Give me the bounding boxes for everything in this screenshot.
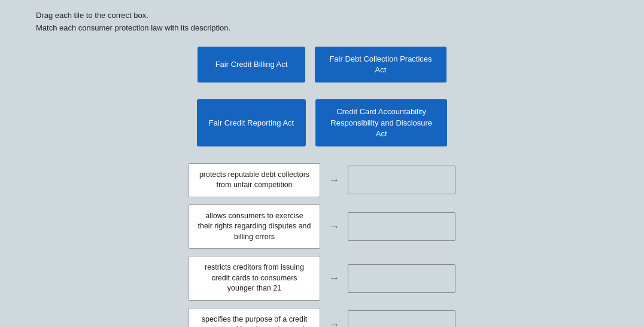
arrow-2: → [325, 221, 343, 233]
description-1: protects reputable debt collectors from … [189, 163, 320, 197]
tiles-area: Fair Credit Billing Act Fair Debt Collec… [36, 47, 608, 82]
tile-fcra[interactable]: Fair Credit Reporting Act [197, 99, 306, 146]
matching-area: protects reputable debt collectors from … [36, 163, 608, 327]
match-row-3: restricts creditors from issuing credit … [189, 256, 455, 301]
arrow-3: → [325, 272, 343, 285]
description-4: specifies the purpose of a credit report… [189, 308, 320, 327]
instruction-drag: Drag each tile to the correct box. [36, 11, 608, 20]
match-row-2: allows consumers to exercise their right… [189, 204, 455, 249]
arrow-1: → [325, 174, 343, 187]
match-row-1: protects reputable debt collectors from … [189, 163, 455, 197]
tile-fcba[interactable]: Fair Credit Billing Act [198, 47, 305, 82]
drop-box-3[interactable] [348, 264, 455, 293]
description-3: restricts creditors from issuing credit … [189, 256, 320, 301]
tile-card[interactable]: Credit Card Accountability Responsibilit… [315, 99, 447, 146]
instruction-match: Match each consumer protection law with … [36, 23, 608, 32]
drop-box-4[interactable] [348, 310, 455, 327]
drop-box-2[interactable] [348, 212, 455, 241]
page-container: Drag each tile to the correct box. Match… [0, 0, 644, 327]
tile-fdcpa[interactable]: Fair Debt Collection Practices Act [315, 47, 446, 82]
description-2: allows consumers to exercise their right… [189, 204, 320, 249]
arrow-4: → [325, 319, 343, 327]
drop-box-1[interactable] [348, 166, 455, 194]
tiles-area-row2: Fair Credit Reporting Act Credit Card Ac… [36, 99, 608, 146]
match-row-4: specifies the purpose of a credit report… [189, 308, 455, 327]
